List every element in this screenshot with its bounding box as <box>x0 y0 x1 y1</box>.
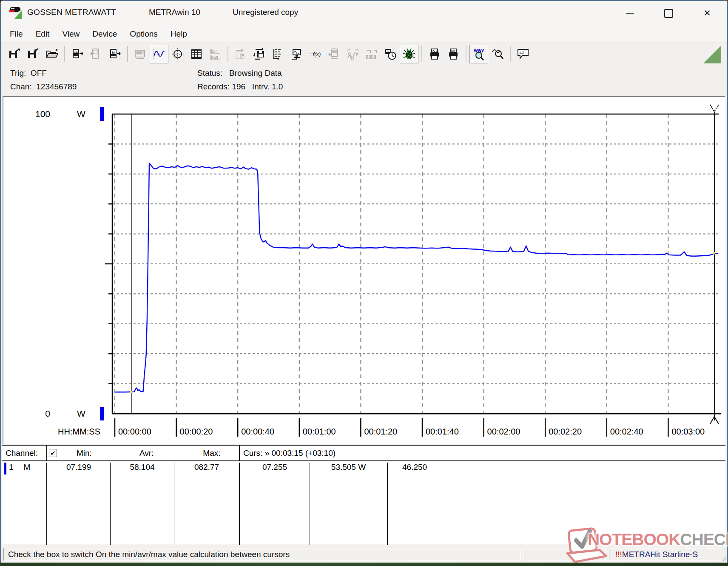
device-offline-button[interactable]: 321 <box>325 45 344 63</box>
svg-text:00:00:20: 00:00:20 <box>180 427 213 436</box>
avr-header: Avr: <box>139 449 154 458</box>
store-device-button[interactable] <box>250 45 269 63</box>
debug-bug-icon <box>403 48 415 60</box>
store-device-icon <box>253 48 266 60</box>
print-graph-icon <box>428 48 441 60</box>
xy-view-icon <box>171 48 184 60</box>
open-folder-icon <box>46 48 58 60</box>
svg-text:W: W <box>77 109 85 119</box>
formula-fx-icon: =f(x) <box>309 48 322 60</box>
online-monitor-icon <box>290 48 303 60</box>
toolbar-separator <box>228 46 228 62</box>
menu-device[interactable]: Device <box>86 28 123 40</box>
device-memory-icon: M <box>108 48 121 60</box>
data-table-icon <box>190 48 203 60</box>
zoom-free-icon <box>491 48 504 60</box>
zoom-time-icon <box>472 48 485 60</box>
svg-text:00:02:20: 00:02:20 <box>549 427 582 436</box>
app-window: GOSSEN METRAWATT METRAwin 10 Unregistere… <box>0 0 728 563</box>
svg-text:1257: 1257 <box>137 51 142 54</box>
print-button[interactable] <box>444 45 463 63</box>
timer-clock-button[interactable]: 12 <box>381 45 400 63</box>
trigger-status: Trig: OFF <box>10 69 47 78</box>
min-header: Min: <box>77 449 92 458</box>
analog-trigger-icon <box>347 48 359 60</box>
menu-edit[interactable]: Edit <box>29 28 56 40</box>
analog-trigger-button[interactable] <box>344 45 362 63</box>
minimize-button[interactable] <box>616 4 643 22</box>
toolbar-corner-triangle <box>703 46 721 63</box>
timer-clock-icon: 12 <box>384 48 397 60</box>
print-graph-button[interactable] <box>425 45 444 63</box>
svg-text:00:01:20: 00:01:20 <box>364 427 397 436</box>
svg-text:=f(x): =f(x) <box>310 51 321 57</box>
pulse-trigger-icon <box>365 48 378 60</box>
debug-bug-button[interactable] <box>400 45 418 63</box>
toolbar-separator <box>421 46 422 62</box>
title-bar: GOSSEN METRAWATT METRAwin 10 Unregistere… <box>1 1 727 25</box>
menu-file[interactable]: File <box>3 28 29 40</box>
menu-options[interactable]: Options <box>123 28 164 40</box>
histogram-icon <box>209 48 222 60</box>
channel-cell[interactable]: 1 M <box>2 463 46 545</box>
svg-text:1,2: 1,2 <box>519 51 524 54</box>
channel-status: Chan: 123456789 <box>10 82 77 91</box>
zoom-time-button[interactable] <box>469 45 488 63</box>
data-table-button[interactable] <box>187 45 206 63</box>
maximize-button[interactable] <box>655 4 682 22</box>
toolbar-separator <box>466 46 466 62</box>
close-button[interactable]: ✕ <box>694 4 721 22</box>
pulse-trigger-button[interactable] <box>362 45 381 63</box>
zoom-free-button[interactable] <box>488 45 507 63</box>
cursor-b-value: 53.505 W <box>310 463 387 545</box>
formula-fx-button[interactable]: =f(x) <box>306 45 325 63</box>
histogram-button[interactable] <box>206 45 225 63</box>
svg-text:00:03:00: 00:03:00 <box>671 427 705 436</box>
svg-text:00:01:00: 00:01:00 <box>303 427 336 436</box>
annotation-icon: 1,2 <box>517 48 529 60</box>
numeric-display-button[interactable]: 1257 <box>131 45 150 63</box>
online-monitor-button[interactable] <box>287 45 306 63</box>
device-write-button[interactable] <box>87 45 105 63</box>
device-memory-button[interactable]: M <box>105 45 124 63</box>
xy-view-button[interactable] <box>168 45 187 63</box>
svg-text:W: W <box>77 409 85 418</box>
watermark-check: CHECK <box>680 530 728 549</box>
device-read-button[interactable]: 321 <box>68 45 87 63</box>
toolbar-separator <box>127 46 128 62</box>
min-value: 07.199 <box>46 463 110 545</box>
save-import-button[interactable] <box>24 45 43 63</box>
menu-help[interactable]: Help <box>164 28 193 40</box>
open-folder-button[interactable] <box>43 45 61 63</box>
device-write-icon <box>90 48 102 60</box>
svg-text:0: 0 <box>45 409 50 418</box>
toolbar-separator <box>64 46 65 62</box>
annotation-button[interactable]: 1,2 <box>514 45 532 63</box>
waveform-chart-button[interactable] <box>150 45 168 63</box>
channel-color-bar <box>4 463 6 475</box>
channel-list-icon <box>272 48 284 60</box>
svg-text:HH:MM:SS: HH:MM:SS <box>58 427 100 436</box>
transfer-settings-icon <box>234 48 247 60</box>
license-note: Unregistered copy <box>233 8 298 17</box>
avr-value: 58.104 <box>110 463 174 545</box>
svg-text:100: 100 <box>35 109 50 119</box>
waveform-chart-icon <box>153 48 165 60</box>
cursor-a-value: 07.255 <box>239 463 310 545</box>
save-export-button[interactable] <box>5 45 24 63</box>
transfer-settings-button[interactable] <box>231 45 250 63</box>
brand-title: GOSSEN METRAWATT <box>27 8 116 17</box>
chart-canvas[interactable]: 100W0WHH:MM:SS00:00:0000:00:2000:00:4000… <box>3 96 725 444</box>
minmax-checkbox[interactable]: ✔ <box>49 449 57 457</box>
acquisition-status: Status: Browsing Data <box>197 69 282 78</box>
app-title: METRAwin 10 <box>149 8 200 17</box>
device-offline-icon: 321 <box>328 48 341 60</box>
chart-panel[interactable]: 100W0WHH:MM:SS00:00:0000:00:2000:00:4000… <box>3 96 725 444</box>
numeric-display-icon: 1257 <box>134 48 147 60</box>
channel-list-button[interactable] <box>269 45 287 63</box>
menu-view[interactable]: View <box>56 28 86 40</box>
svg-text:00:00:40: 00:00:40 <box>241 427 274 436</box>
menu-bar: FileEditViewDeviceOptionsHelp <box>1 25 727 43</box>
app-logo-icon <box>9 6 22 20</box>
device-read-icon: 321 <box>71 48 84 60</box>
